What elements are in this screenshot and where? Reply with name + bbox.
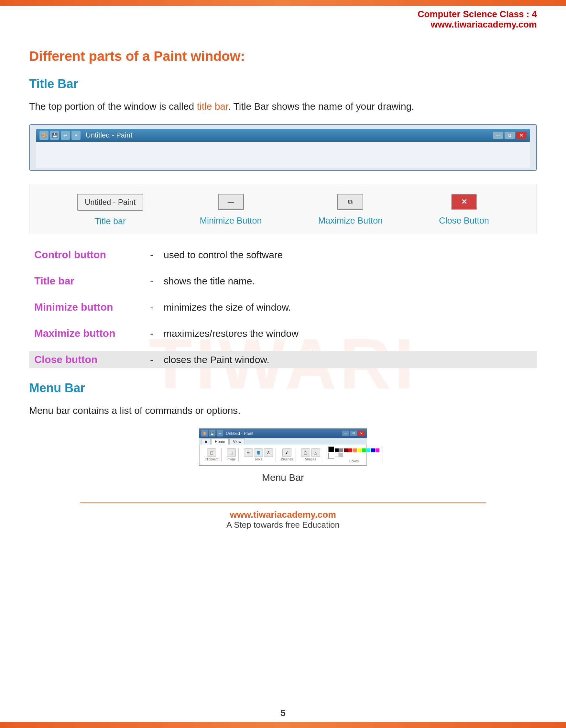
def-row-control: Control button - used to control the sof…: [29, 246, 537, 263]
maximize-part-label: Maximize Button: [318, 216, 383, 226]
paint-home-tab[interactable]: Home: [211, 438, 229, 445]
color-white[interactable]: [335, 453, 338, 457]
color-darkred[interactable]: [344, 448, 348, 452]
titlebar-icons: 🎨 💾 ↩ ▾: [39, 131, 81, 140]
paint-undo-icon: ↩: [217, 430, 223, 436]
brushes-label: Brushes: [281, 458, 293, 461]
text-btn[interactable]: A: [264, 448, 273, 457]
menu-bar-section: Menu Bar Menu bar contains a list of com…: [29, 381, 537, 483]
paint-menu-screenshot: 🎨 💾 ↩ Untitled - Paint — ⧉ ✕ ■ Home View: [199, 428, 367, 466]
titlebar-title-text: Untitled - Paint: [86, 131, 490, 139]
window-control-buttons: — ⧉ ✕: [493, 132, 527, 139]
color-cyan[interactable]: [366, 448, 370, 452]
paint-ribbon-tabs: ■ Home View: [199, 438, 367, 445]
color-magenta[interactable]: [375, 448, 379, 452]
paint-view-tab[interactable]: View: [229, 438, 245, 445]
menu-bar-screenshot-label: Menu Bar: [29, 472, 537, 483]
paint-save-icon: 💾: [209, 430, 216, 436]
def-dash-1: -: [150, 275, 158, 287]
paint-screenshot-title: Untitled - Paint: [226, 431, 341, 436]
page-number: 5: [281, 708, 285, 718]
maximize-part: ⧉ Maximize Button: [318, 194, 383, 226]
paint-small-icon: 🎨: [201, 430, 208, 436]
brushes-icons: 🖌: [283, 448, 291, 457]
body-text-2: . Title Bar shows the name of your drawi…: [228, 101, 414, 112]
maximize-window-btn[interactable]: ⧉: [505, 132, 515, 139]
def-term-maximize: Maximize button: [34, 327, 144, 339]
paint-min-btn: —: [342, 431, 349, 436]
close-window-btn[interactable]: ✕: [516, 132, 527, 139]
shape-btn[interactable]: ◯: [301, 448, 310, 457]
page-footer: www.tiwariacademy.com A Step towards fre…: [29, 502, 537, 540]
parts-diagram: Untitled - Paint Title bar — Minimize Bu…: [29, 184, 537, 233]
tools-group: ✏ 🪣 A Tools: [241, 448, 276, 462]
title-bar-heading: Title Bar: [29, 77, 537, 91]
brush-btn[interactable]: 🖌: [283, 448, 291, 457]
shapes-label: Shapes: [305, 458, 316, 461]
footer-tagline: A Step towards free Education: [29, 520, 537, 530]
color-blue[interactable]: [371, 448, 375, 452]
shape-btn-2[interactable]: △: [311, 448, 320, 457]
def-row-titlebar: Title bar - shows the title name.: [29, 272, 537, 290]
color-palette: [335, 448, 380, 457]
pencil-btn[interactable]: ✏: [244, 448, 253, 457]
def-dash-0: -: [150, 249, 158, 261]
def-dash-2: -: [150, 301, 158, 313]
colors-label: Colors: [349, 459, 359, 463]
minimize-part: — Minimize Button: [200, 194, 262, 226]
titlebar-screenshot: 🎨 💾 ↩ ▾ Untitled - Paint — ⧉ ✕: [29, 124, 537, 171]
def-desc-minimize: minimizes the size of window.: [164, 302, 291, 313]
header-website: www.tiwariacademy.com: [417, 19, 537, 30]
close-part: ✕ Close Button: [439, 194, 489, 226]
image-group: ⬚ Image: [224, 448, 239, 462]
save-icon: 💾: [50, 131, 59, 140]
select-btn[interactable]: ⬚: [227, 448, 236, 457]
definitions-list: Control button - used to control the sof…: [29, 246, 537, 368]
minimize-part-label: Minimize Button: [200, 216, 262, 226]
color-black[interactable]: [335, 448, 338, 452]
class-title: Computer Science Class : 4: [417, 9, 537, 19]
color-gray[interactable]: [339, 448, 343, 452]
tools-icons: ✏ 🪣 A: [244, 448, 273, 457]
fill-btn[interactable]: 🪣: [254, 448, 263, 457]
shapes-icons: ◯ △: [301, 448, 320, 457]
color-green[interactable]: [362, 448, 366, 452]
color-silver[interactable]: [339, 453, 343, 457]
menu-bar-heading: Menu Bar: [29, 381, 537, 395]
image-label: Image: [227, 458, 236, 461]
def-desc-control: used to control the software: [164, 249, 283, 260]
titlebar-inner-area: [36, 142, 530, 168]
def-term-minimize: Minimize button: [34, 301, 144, 313]
highlight-title-bar: title bar: [197, 101, 228, 112]
def-desc-titlebar: shows the title name.: [164, 276, 255, 287]
color-yellow[interactable]: [357, 448, 361, 452]
body-text-1: The top portion of the window is called: [29, 101, 197, 112]
dropdown-icon: ▾: [72, 131, 81, 140]
minimize-window-btn[interactable]: —: [493, 132, 503, 139]
def-desc-maximize: maximizes/restores the window: [164, 328, 298, 339]
paint-window-btns: — ⧉ ✕: [342, 431, 365, 436]
def-desc-close: closes the Paint window.: [164, 354, 270, 365]
paint-file-tab[interactable]: ■: [201, 438, 211, 445]
paint-icon: 🎨: [39, 131, 49, 140]
def-term-titlebar: Title bar: [34, 275, 144, 287]
title-bar-part-label: Title bar: [94, 216, 126, 226]
color-red[interactable]: [348, 448, 352, 452]
image-icons: ⬚: [227, 448, 236, 457]
footer-divider: [80, 502, 486, 503]
clipboard-group: 📋 Clipboard: [202, 448, 222, 462]
title-bar-part: Untitled - Paint Title bar: [77, 194, 143, 226]
def-row-maximize: Maximize button - maximizes/restores the…: [29, 325, 537, 342]
shapes-group: ◯ △ Shapes: [298, 448, 323, 462]
title-bar-box: Untitled - Paint: [77, 194, 143, 211]
color-orange[interactable]: [353, 448, 357, 452]
undo-icon: ↩: [61, 131, 70, 140]
paste-btn[interactable]: 📋: [207, 448, 216, 457]
close-part-label: Close Button: [439, 216, 489, 226]
menu-bar-desc: Menu bar contains a list of commands or …: [29, 402, 537, 419]
title-bar-description: The top portion of the window is called …: [29, 98, 537, 115]
def-dash-3: -: [150, 327, 158, 339]
minimize-box: —: [218, 194, 244, 210]
brushes-group: 🖌 Brushes: [279, 448, 296, 462]
bottom-border: [0, 722, 566, 728]
